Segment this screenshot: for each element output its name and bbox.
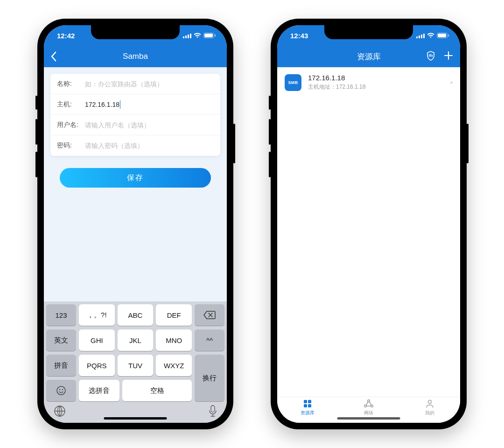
key-jkl[interactable]: JKL: [118, 329, 154, 351]
globe-icon: [54, 405, 66, 417]
svg-rect-21: [304, 404, 307, 407]
svg-rect-18: [448, 35, 449, 37]
key-mode-123[interactable]: 123: [46, 304, 76, 326]
item-title: 172.16.1.18: [308, 74, 453, 82]
host-label: 主机:: [57, 100, 85, 109]
svg-rect-20: [308, 400, 311, 403]
globe-button[interactable]: [54, 405, 66, 419]
row-host[interactable]: 主机: 172.16.1.18: [50, 94, 220, 115]
svg-rect-6: [215, 35, 216, 37]
svg-rect-17: [438, 34, 446, 37]
nav-title: Samba: [123, 52, 148, 61]
form-area: 名称: 主机: 172.16.1.18 用户名: 密码: 保存: [44, 67, 227, 301]
name-label: 名称:: [57, 80, 85, 88]
svg-rect-11: [211, 406, 215, 412]
user-label: 用户名:: [57, 121, 85, 129]
form-card: 名称: 主机: 172.16.1.18 用户名: 密码:: [50, 74, 220, 156]
pass-input[interactable]: [85, 142, 214, 149]
key-mno[interactable]: MNO: [156, 329, 192, 351]
svg-rect-1: [185, 35, 187, 38]
home-indicator[interactable]: [104, 417, 167, 420]
network-icon: [363, 399, 374, 409]
row-name[interactable]: 名称:: [50, 74, 220, 94]
status-time: 12:43: [290, 32, 308, 40]
notch: [91, 25, 180, 39]
svg-point-24: [364, 405, 367, 407]
key-emoji[interactable]: [46, 380, 76, 401]
more-icon[interactable]: [450, 81, 453, 84]
svg-rect-5: [204, 34, 213, 37]
key-tuv[interactable]: TUV: [118, 355, 154, 376]
svg-rect-0: [183, 36, 184, 38]
svg-point-8: [59, 389, 60, 390]
profile-icon: [425, 399, 435, 409]
emoji-icon: [56, 385, 66, 396]
key-abc[interactable]: ABC: [118, 304, 154, 326]
key-ghi[interactable]: GHI: [79, 329, 115, 351]
host-value: 172.16.1.18: [85, 101, 119, 108]
svg-rect-15: [423, 34, 425, 38]
key-select-pinyin[interactable]: 选拼音: [79, 380, 119, 401]
key-enter[interactable]: 换行: [195, 355, 224, 401]
svg-rect-2: [188, 35, 189, 38]
svg-point-9: [62, 389, 63, 390]
nav-bar: Samba: [44, 46, 227, 67]
add-button[interactable]: [443, 50, 454, 63]
key-backspace[interactable]: [195, 304, 224, 326]
svg-rect-19: [304, 400, 307, 403]
key-wxyz[interactable]: WXYZ: [156, 355, 192, 376]
key-def[interactable]: DEF: [156, 304, 192, 326]
user-input[interactable]: [85, 121, 214, 129]
status-time: 12:42: [57, 32, 75, 40]
tab-library[interactable]: 资源库: [277, 399, 338, 416]
svg-rect-13: [419, 35, 420, 38]
mic-icon: [209, 405, 217, 417]
library-item[interactable]: SMB 172.16.1.18 主机地址：172.16.1.18: [277, 67, 460, 98]
svg-rect-3: [190, 34, 191, 38]
svg-point-7: [57, 386, 65, 395]
text-cursor: [120, 100, 121, 109]
nav-title: 资源库: [357, 51, 381, 62]
key-pqrs[interactable]: PQRS: [79, 355, 115, 376]
key-caret[interactable]: ^^: [195, 329, 224, 351]
plus-icon: [443, 50, 454, 61]
notch: [324, 25, 413, 39]
smb-badge-icon: SMB: [285, 74, 301, 91]
library-list: SMB 172.16.1.18 主机地址：172.16.1.18: [277, 67, 460, 397]
signal-icon: [416, 33, 425, 38]
mic-button[interactable]: [209, 405, 217, 419]
svg-point-26: [428, 400, 431, 403]
wifi-icon: [427, 33, 434, 38]
key-punct[interactable]: ，。?!: [79, 304, 115, 326]
library-icon: [302, 399, 313, 409]
tab-network[interactable]: 网络: [338, 399, 399, 416]
item-subtitle: 主机地址：172.16.1.18: [308, 83, 453, 91]
phone-right: 12:43 资源库 SMB 172.16.1.18: [271, 19, 467, 429]
row-user[interactable]: 用户名:: [50, 115, 220, 135]
back-button[interactable]: [50, 46, 56, 67]
battery-icon: [437, 33, 449, 38]
nav-bar: 资源库: [277, 46, 460, 67]
chevron-left-icon: [50, 51, 56, 62]
shield-button[interactable]: [426, 50, 436, 63]
row-pass[interactable]: 密码:: [50, 135, 220, 156]
keyboard: 123 英文 拼音 ，。?! ABC DEF GHI JKL: [44, 301, 227, 423]
svg-rect-14: [421, 35, 422, 38]
svg-point-23: [368, 399, 370, 402]
home-indicator[interactable]: [337, 417, 400, 420]
tab-profile[interactable]: 我的: [399, 399, 460, 416]
svg-rect-12: [416, 36, 418, 38]
phone-left: 12:42 Samba 名称: 主机: 172.16.1.18: [37, 19, 233, 429]
signal-icon: [183, 33, 191, 38]
key-space[interactable]: 空格: [122, 380, 192, 401]
name-input[interactable]: [85, 80, 214, 88]
key-mode-pinyin[interactable]: 拼音: [46, 355, 76, 376]
svg-point-25: [371, 405, 373, 407]
svg-rect-22: [308, 404, 311, 407]
battery-icon: [203, 33, 216, 38]
shield-icon: [426, 50, 436, 61]
backspace-icon: [203, 311, 216, 319]
save-button[interactable]: 保存: [60, 168, 211, 188]
key-mode-en[interactable]: 英文: [46, 329, 76, 351]
wifi-icon: [194, 33, 201, 38]
